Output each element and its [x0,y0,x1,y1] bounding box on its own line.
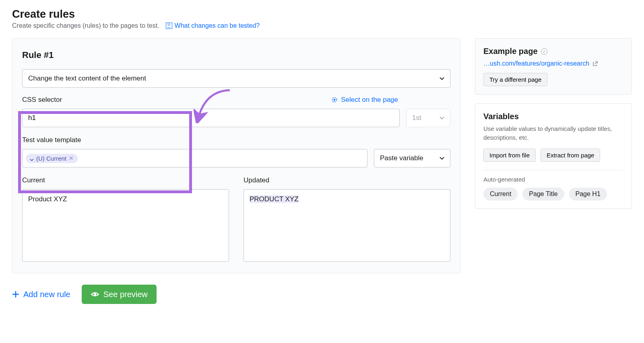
page-subtitle-row: Create specific changes (rules) to the p… [12,22,632,29]
rule-panel: Rule #1 Change the text content of the e… [12,38,460,273]
chevron-down-icon [30,156,34,160]
paste-variable-label: Paste variable [380,154,423,162]
select-on-page-text: Select on the page [341,96,398,104]
see-preview-button[interactable]: See preview [82,285,157,304]
updated-label: Updated [244,176,450,184]
target-icon [331,97,338,103]
example-page-title: Example page [483,47,538,56]
variables-title: Variables [483,112,623,121]
help-link-text: What changes can be tested? [175,22,260,29]
variable-pill-current[interactable]: Current [483,188,518,200]
variables-desc: Use variable values to dynamically updat… [483,124,623,142]
see-preview-label: See preview [103,290,148,299]
page-subtitle: Create specific changes (rules) to the p… [12,22,159,29]
change-type-value: Change the text content of the element [28,74,146,83]
eye-icon [91,290,99,299]
variable-pill-page-title[interactable]: Page Title [522,188,564,200]
css-selector-label: CSS selector [22,96,62,104]
select-on-page-link[interactable]: Select on the page [331,96,398,104]
add-rule-button[interactable]: Add new rule [12,290,70,299]
example-page-card: Example page i …ush.com/features/organic… [475,38,632,95]
variable-pill-page-h1[interactable]: Page H1 [569,188,607,200]
rule-title: Rule #1 [22,50,450,60]
try-different-page-button[interactable]: Try a different page [483,73,547,86]
chip-label: (U) Current [36,155,66,162]
current-label: Current [22,176,229,184]
paste-variable-select[interactable]: Paste variable [374,149,450,167]
variable-chip[interactable]: (U) Current ✕ [26,154,78,163]
change-type-select[interactable]: Change the text content of the element [22,69,450,88]
variables-card: Variables Use variable values to dynamic… [475,103,632,209]
page-title: Create rules [12,8,632,21]
ordinal-value: 1st [412,114,421,122]
current-value-box: Product XYZ [22,189,229,262]
plus-icon [12,291,19,298]
extract-from-page-button[interactable]: Extract from page [541,149,600,162]
add-rule-label: Add new rule [23,290,70,299]
external-link-icon[interactable] [592,61,598,66]
example-url-link[interactable]: …ush.com/features/organic-research [483,60,589,67]
article-icon [166,23,172,29]
template-input[interactable]: (U) Current ✕ [22,149,367,167]
updated-value: PRODUCT XYZ [250,195,299,203]
chevron-down-icon [440,156,444,161]
help-link[interactable]: What changes can be tested? [166,22,260,29]
chip-close-icon[interactable]: ✕ [69,155,74,161]
ordinal-select[interactable]: 1st [406,109,450,127]
actions-row: Add new rule See preview [12,285,460,304]
autogen-label: Auto-generated [483,176,623,183]
chevron-down-icon [440,116,444,120]
updated-value-box[interactable]: PRODUCT XYZ [244,189,450,262]
divider [483,170,623,170]
chevron-down-icon [440,76,444,81]
svg-point-3 [94,293,96,295]
tvt-label: Test value template [22,136,450,144]
current-value: Product XYZ [28,195,67,203]
import-from-file-button[interactable]: Import from file [483,149,536,162]
info-icon[interactable]: i [541,48,547,55]
css-selector-input[interactable] [22,109,400,127]
